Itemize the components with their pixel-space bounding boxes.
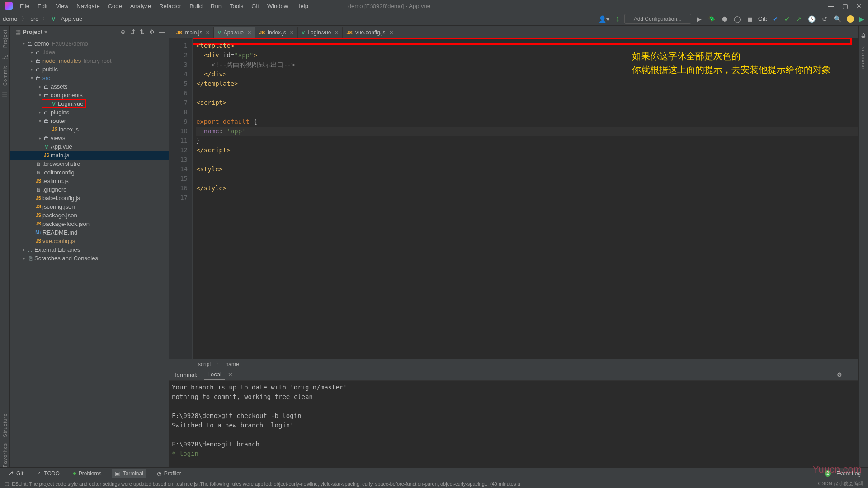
tree-item-src[interactable]: ▾🗀src [10, 74, 169, 82]
close-icon[interactable]: ✕ [856, 2, 862, 9]
user-icon[interactable]: 👤▾ [598, 15, 610, 23]
tree-item-node-modules[interactable]: ▸🗀node_moduleslibrary root [10, 56, 169, 65]
menu-git[interactable]: Git [248, 1, 263, 11]
tree-item-external-libraries[interactable]: ▸⫾⫾External Libraries [10, 245, 169, 254]
menu-code[interactable]: Code [104, 1, 126, 11]
avatar[interactable] [847, 15, 854, 23]
commit-stripe[interactable]: ⎇ [1, 53, 9, 61]
code-line[interactable]: </template> [196, 79, 858, 89]
tab-close-icon[interactable]: ✕ [290, 30, 294, 36]
code-area[interactable]: 如果你这字体全部是灰色的 你就根据这上面的提示，去安装他提示给你的对象 <tem… [193, 38, 858, 359]
tree-item-readme-md[interactable]: M↓README.md [10, 228, 169, 237]
tab-app-vue[interactable]: VApp.vue✕ [214, 27, 255, 38]
terminal-settings-icon[interactable]: ⚙ [837, 371, 842, 378]
structure-stripe[interactable]: Structure [2, 413, 8, 437]
terminal-body[interactable]: Your branch is up to date with 'origin/m… [169, 381, 858, 467]
tree-item--gitignore[interactable]: 🗎.gitignore [10, 185, 169, 194]
tab-login-vue[interactable]: VLogin.vue✕ [298, 27, 343, 38]
terminal-add-button[interactable]: + [236, 371, 246, 379]
tree-item-plugins[interactable]: ▸🗀plugins [10, 108, 169, 117]
tree-item-login-vue[interactable]: VLogin.vue [42, 99, 86, 108]
settings-icon[interactable]: ⚙ [149, 28, 155, 35]
breadcrumb-file[interactable]: App.vue [61, 15, 83, 22]
code-line[interactable]: <script> [196, 98, 858, 108]
tree-item-jsconfig-json[interactable]: JSjsconfig.json [10, 202, 169, 211]
terminal-hide-icon[interactable]: — [848, 371, 854, 378]
code-line[interactable] [196, 155, 858, 164]
git-update-icon[interactable]: ↗ [795, 15, 802, 23]
todo-tool[interactable]: ✓ TODO [34, 469, 62, 478]
tree-item-router[interactable]: ▾🗀router [10, 117, 169, 125]
revert-icon[interactable]: ↺ [821, 15, 828, 23]
tab-close-icon[interactable]: ✕ [389, 30, 393, 36]
tree-item--idea[interactable]: ▸🗀.idea [10, 48, 169, 56]
tree-item-public[interactable]: ▸🗀public [10, 65, 169, 74]
tree-item-vue-config-js[interactable]: JSvue.config.js [10, 237, 169, 245]
project-tree[interactable]: ▾🗀demoF:\0928\demo▸🗀.idea▸🗀node_modulesl… [10, 38, 169, 467]
terminal-tab[interactable]: Local [204, 370, 225, 380]
tree-item-main-js[interactable]: JSmain.js [10, 151, 169, 160]
tree-item-index-js[interactable]: JSindex.js [10, 125, 169, 134]
ide-services-icon[interactable]: ▶ [859, 15, 865, 23]
tree-item-babel-config-js[interactable]: JSbabel.config.js [10, 194, 169, 202]
database-stripe[interactable]: Database [861, 44, 866, 69]
tab-close-icon[interactable]: ✕ [247, 30, 251, 36]
breadcrumb-item[interactable]: src [31, 15, 38, 22]
code-line[interactable]: export default { [196, 117, 858, 127]
menu-view[interactable]: View [52, 1, 72, 11]
add-configuration-button[interactable]: Add Configuration... [624, 14, 691, 24]
code-line[interactable] [196, 108, 858, 117]
menu-tools[interactable]: Tools [226, 1, 247, 11]
debug-icon[interactable]: 🪲 [707, 15, 717, 23]
menu-help[interactable]: Help [292, 1, 312, 11]
menu-window[interactable]: Window [264, 1, 292, 11]
tab-close-icon[interactable]: ✕ [206, 30, 210, 36]
tree-item-assets[interactable]: ▸🗀assets [10, 82, 169, 91]
favorites-stripe[interactable]: Favorites [2, 443, 8, 467]
breadcrumb-item[interactable]: script [198, 361, 211, 367]
tab-main-js[interactable]: JSmain.js✕ [173, 27, 214, 38]
breadcrumb-item[interactable]: demo [3, 15, 18, 22]
breadcrumb-item[interactable]: name [226, 361, 239, 367]
code-line[interactable] [196, 89, 858, 98]
tree-item-package-lock-json[interactable]: JSpackage-lock.json [10, 220, 169, 228]
code-line[interactable]: } [196, 136, 858, 145]
search-icon[interactable]: 🔍 [833, 15, 842, 23]
git-tool[interactable]: ⎇ Git [5, 469, 26, 478]
git-push-icon[interactable]: ✔ [783, 15, 791, 23]
tree-item-scratches-and-consoles[interactable]: ▸⎘Scratches and Consoles [10, 254, 169, 263]
minimize-icon[interactable]: — [828, 2, 834, 9]
notifications-icon[interactable]: 🕭 [860, 32, 866, 39]
problems-tool[interactable]: Problems [71, 469, 104, 478]
build-icon[interactable]: ⤵ [615, 15, 620, 23]
code-line[interactable]: <style> [196, 164, 858, 174]
tab-close-icon[interactable]: ✕ [335, 30, 339, 36]
menu-analyze[interactable]: Analyze [127, 1, 155, 11]
stop-icon[interactable]: ◼ [746, 15, 754, 23]
collapse-icon[interactable]: ⇅ [140, 28, 145, 35]
code-line[interactable]: </style> [196, 183, 858, 193]
menu-navigate[interactable]: Navigate [73, 1, 103, 11]
project-stripe[interactable]: Project [2, 29, 8, 48]
tree-item--editorconfig[interactable]: 🗎.editorconfig [10, 168, 169, 177]
tab-index-js[interactable]: JSindex.js✕ [255, 27, 298, 38]
coverage-icon[interactable]: ⬢ [721, 15, 728, 23]
menu-edit[interactable]: Edit [34, 1, 51, 11]
profiler-tool[interactable]: ◔ Profiler [154, 469, 184, 478]
code-line[interactable] [196, 193, 858, 202]
menu-build[interactable]: Build [186, 1, 206, 11]
hide-icon[interactable]: — [159, 28, 165, 35]
terminal-tab-close-icon[interactable]: ✕ [228, 371, 233, 378]
dropdown-icon[interactable]: ▾ [44, 28, 47, 35]
project-title[interactable]: Project [23, 28, 42, 35]
terminal-tool[interactable]: ▣ Terminal [112, 469, 146, 478]
bookmarks-icon[interactable]: ☰ [2, 91, 8, 99]
code-line[interactable] [196, 174, 858, 183]
menu-run[interactable]: Run [207, 1, 225, 11]
tree-item-demo[interactable]: ▾🗀demoF:\0928\demo [10, 39, 169, 48]
tool-windows-icon[interactable]: ▢ [5, 481, 9, 487]
breadcrumb[interactable]: demo〉 src〉 V App.vue [3, 15, 82, 23]
tree-item-components[interactable]: ▾🗀components [10, 91, 169, 99]
tree-item-views[interactable]: ▸🗀views [10, 134, 169, 142]
history-icon[interactable]: 🕓 [807, 15, 816, 23]
